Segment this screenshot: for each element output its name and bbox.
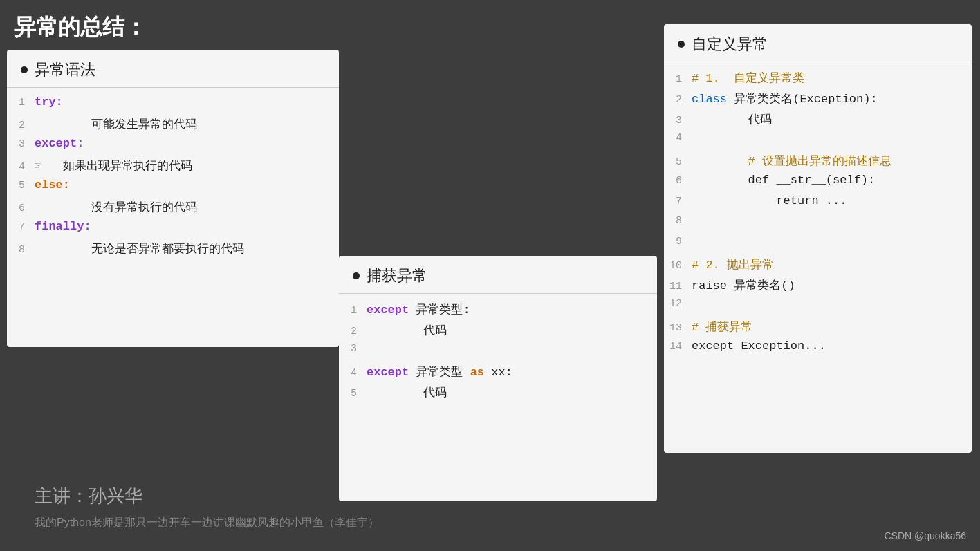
code-line: 5 代码 [339,384,657,404]
code-line: 4 [664,131,972,152]
code-line: 1 # 1. 自定义异常类 [664,69,972,90]
bullet-icon [678,41,685,48]
code-line: 2 class 异常类类名(Exception): [664,90,972,111]
code-line: 9 [664,235,972,256]
card-catch: 捕获异常 1 except 异常类型: 2 代码 3 4 except 异常类型… [339,256,657,501]
subtitle-label: 我的Python老师是那只一边开车一边讲课幽默风趣的小甲鱼（李佳宇） [35,516,379,530]
code-line: 6 没有异常执行的代码 [7,198,339,219]
code-line: 1 try: [7,95,339,115]
code-line: 5 # 设置抛出异常的描述信息 [664,152,972,173]
code-line: 3 except: [7,136,339,157]
code-line: 10 # 2. 抛出异常 [664,256,972,277]
code-line: 11 raise 异常类名() [664,277,972,297]
bullet-icon [21,66,28,73]
card-custom: 自定义异常 1 # 1. 自定义异常类 2 class 异常类类名(Except… [664,24,972,453]
card-catch-header: 捕获异常 [339,256,657,293]
custom-code: 1 # 1. 自定义异常类 2 class 异常类类名(Exception): … [664,62,972,366]
code-line: 2 代码 [339,321,657,342]
code-line: 8 无论是否异常都要执行的代码 [7,240,339,261]
code-line: 7 return ... [664,194,972,214]
catch-code: 1 except 异常类型: 2 代码 3 4 except 异常类型 as x… [339,294,657,411]
code-line: 14 except Exception... [664,339,972,359]
page-title: 异常的总结： [14,12,147,43]
code-line: 13 # 捕获异常 [664,318,972,339]
code-line: 4 except 异常类型 as xx: [339,363,657,384]
card-custom-header: 自定义异常 [664,24,972,62]
watermark-label: CSDN @quokka56 [885,530,967,541]
code-line: 5 else: [7,178,339,198]
code-line: 8 [664,214,972,235]
code-line: 3 代码 [664,111,972,131]
code-line: 1 except 异常类型: [339,301,657,321]
code-line: 6 def __str__(self): [664,173,972,194]
syntax-code: 1 try: 2 可能发生异常的代码 3 except: 4 ☞ 如果出现异常执… [7,88,339,268]
code-line: 7 finally: [7,219,339,240]
code-line: 2 可能发生异常的代码 [7,115,339,136]
code-line: 12 [664,297,972,318]
card-syntax-header: 异常语法 [7,50,339,87]
bullet-icon [353,272,360,279]
code-line: 3 [339,342,657,363]
code-line: 4 ☞ 如果出现异常执行的代码 [7,157,339,178]
card-syntax: 异常语法 1 try: 2 可能发生异常的代码 3 except: 4 ☞ 如果… [7,50,339,347]
presenter-label: 主讲：孙兴华 [35,484,142,508]
